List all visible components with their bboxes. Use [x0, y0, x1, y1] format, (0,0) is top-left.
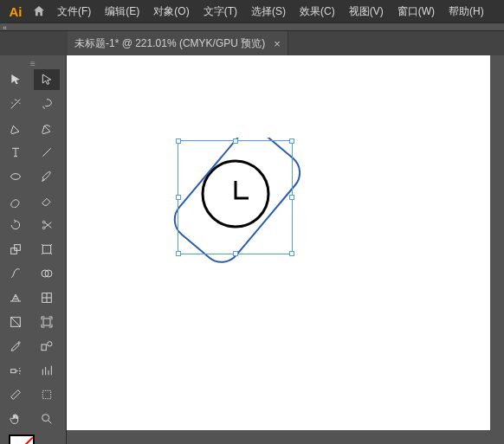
color-swatches: [0, 431, 66, 444]
line-tool[interactable]: [34, 142, 60, 163]
handle-sw[interactable]: [176, 251, 181, 256]
menu-view[interactable]: 视图(V): [342, 4, 391, 19]
svg-rect-3: [11, 248, 17, 254]
svg-rect-13: [11, 370, 16, 373]
handle-s[interactable]: [233, 251, 238, 256]
menu-window[interactable]: 窗口(W): [391, 4, 442, 19]
pen-tool[interactable]: [3, 118, 29, 138]
collapse-chevron-icon[interactable]: «: [3, 23, 7, 32]
curvature-tool[interactable]: [34, 118, 60, 138]
column-graph-tool[interactable]: [34, 360, 60, 381]
svg-rect-5: [42, 245, 50, 253]
ellipse-tool[interactable]: [3, 166, 29, 187]
toolbox: ≡: [0, 55, 66, 444]
shaper-tool[interactable]: [3, 190, 29, 211]
tab-close-button[interactable]: ×: [274, 37, 281, 50]
workspace: ≡: [0, 55, 504, 444]
handle-nw[interactable]: [176, 138, 181, 144]
document-tabbar: 未标题-1* @ 221.01% (CMYK/GPU 预览) ×: [0, 31, 504, 55]
width-tool[interactable]: [3, 263, 29, 284]
fill-stroke-indicator[interactable]: [9, 434, 52, 444]
hand-tool[interactable]: [3, 409, 29, 429]
menu-type[interactable]: 文字(T): [197, 4, 244, 19]
svg-rect-14: [42, 390, 50, 398]
svg-point-15: [42, 415, 49, 421]
scale-tool[interactable]: [3, 239, 29, 260]
paintbrush-tool[interactable]: [34, 166, 60, 187]
handle-w[interactable]: [176, 195, 181, 200]
control-strip: «: [0, 23, 504, 31]
svg-point-0: [11, 174, 21, 180]
vertical-scrollbar[interactable]: [490, 55, 504, 430]
none-slash-icon: [10, 436, 33, 444]
type-tool[interactable]: [3, 142, 29, 163]
document-tab[interactable]: 未标题-1* @ 221.01% (CMYK/GPU 预览) ×: [68, 31, 288, 55]
svg-rect-11: [42, 344, 46, 351]
scissors-tool[interactable]: [34, 215, 60, 235]
menubar: Ai 文件(F) 编辑(E) 对象(O) 文字(T) 选择(S) 效果(C) 视…: [0, 0, 504, 23]
menu-edit[interactable]: 编辑(E): [98, 4, 146, 19]
menu-effect[interactable]: 效果(C): [293, 4, 342, 19]
home-icon: [32, 4, 46, 18]
home-button[interactable]: [28, 0, 50, 23]
toolbox-grip-icon[interactable]: ≡: [0, 59, 66, 68]
lasso-tool[interactable]: [34, 93, 60, 114]
fill-swatch[interactable]: [9, 434, 35, 444]
handle-ne[interactable]: [289, 138, 294, 144]
app-logo: Ai: [3, 4, 28, 19]
svg-rect-10: [43, 319, 50, 325]
menu-select[interactable]: 选择(S): [244, 4, 293, 19]
shape-builder-tool[interactable]: [34, 263, 60, 284]
artboard-tool[interactable]: [34, 312, 60, 332]
menu-help[interactable]: 帮助(H): [442, 4, 491, 19]
direct-selection-tool[interactable]: [34, 69, 60, 90]
bounding-box[interactable]: [178, 140, 293, 254]
zoom-tool[interactable]: [34, 409, 60, 429]
menu-file[interactable]: 文件(F): [50, 4, 98, 19]
print-tiling-tool[interactable]: [34, 384, 60, 405]
scrollbar-corner: [490, 430, 504, 444]
slice-tool[interactable]: [3, 384, 29, 405]
canvas[interactable]: [66, 55, 504, 444]
horizontal-scrollbar[interactable]: [67, 430, 490, 444]
eyedropper-tool[interactable]: [3, 336, 29, 357]
svg-rect-4: [15, 245, 21, 251]
symbol-sprayer-tool[interactable]: [3, 360, 29, 381]
handle-se[interactable]: [289, 251, 294, 256]
rotate-tool[interactable]: [3, 215, 29, 235]
svg-point-1: [42, 221, 45, 223]
document-tab-title: 未标题-1* @ 221.01% (CMYK/GPU 预览): [74, 36, 265, 51]
selection-tool[interactable]: [3, 69, 29, 90]
eraser-tool[interactable]: [34, 190, 60, 211]
blend-tool[interactable]: [34, 336, 60, 357]
svg-point-12: [48, 342, 52, 346]
free-transform-tool[interactable]: [34, 239, 60, 260]
handle-n[interactable]: [233, 138, 238, 144]
menu-object[interactable]: 对象(O): [146, 4, 196, 19]
gradient-tool[interactable]: [3, 312, 29, 332]
svg-point-2: [42, 227, 45, 229]
mesh-tool[interactable]: [34, 287, 60, 308]
handle-e[interactable]: [289, 195, 294, 200]
perspective-grid-tool[interactable]: [3, 287, 29, 308]
magic-wand-tool[interactable]: [3, 93, 29, 114]
